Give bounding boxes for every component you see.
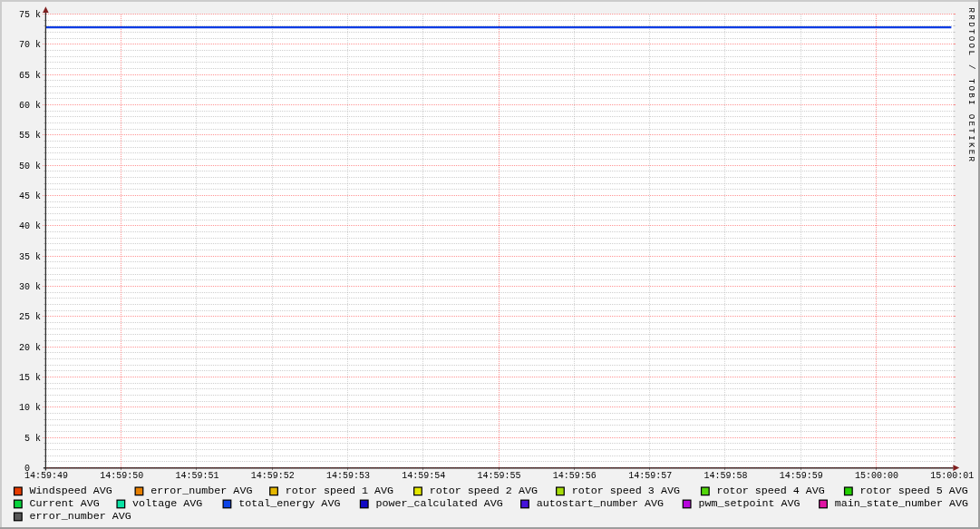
- svg-text:60 k: 60 k: [19, 101, 41, 111]
- svg-text:15:00:01: 15:00:01: [930, 471, 974, 481]
- svg-text:rotor speed 5 AVG: rotor speed 5 AVG: [860, 485, 968, 497]
- svg-text:RRDTOOL / TOBI OETIKER: RRDTOOL / TOBI OETIKER: [966, 8, 976, 164]
- svg-text:45 k: 45 k: [19, 191, 41, 201]
- svg-text:rotor speed 1 AVG: rotor speed 1 AVG: [286, 485, 393, 497]
- svg-text:14:59:49: 14:59:49: [24, 471, 68, 481]
- svg-text:75 k: 75 k: [19, 10, 41, 20]
- svg-text:14:59:54: 14:59:54: [402, 471, 445, 481]
- svg-text:Windspeed AVG: Windspeed AVG: [30, 485, 112, 497]
- svg-text:autostart_number AVG: autostart_number AVG: [537, 497, 664, 510]
- svg-text:14:59:51: 14:59:51: [175, 471, 218, 481]
- svg-text:55 k: 55 k: [19, 131, 41, 141]
- svg-text:35 k: 35 k: [19, 252, 41, 262]
- svg-text:70 k: 70 k: [19, 40, 41, 50]
- svg-text:power_calculated AVG: power_calculated AVG: [376, 497, 503, 510]
- svg-text:40 k: 40 k: [19, 221, 41, 231]
- svg-text:5 k: 5 k: [24, 434, 41, 444]
- svg-text:14:59:53: 14:59:53: [326, 471, 370, 481]
- svg-text:14:59:56: 14:59:56: [553, 471, 597, 481]
- svg-text:14:59:59: 14:59:59: [780, 471, 823, 481]
- svg-text:pwm_setpoint AVG: pwm_setpoint AVG: [698, 497, 800, 510]
- svg-text:main_state_number AVG: main_state_number AVG: [835, 497, 968, 510]
- svg-text:50 k: 50 k: [19, 162, 41, 171]
- svg-text:voltage AVG: voltage AVG: [132, 497, 202, 510]
- svg-text:15 k: 15 k: [19, 373, 41, 383]
- svg-text:14:59:52: 14:59:52: [251, 471, 295, 481]
- svg-text:20 k: 20 k: [19, 343, 41, 353]
- svg-text:rotor speed 2 AVG: rotor speed 2 AVG: [430, 485, 538, 497]
- svg-text:30 k: 30 k: [19, 282, 41, 292]
- svg-text:14:59:50: 14:59:50: [100, 471, 143, 481]
- svg-text:15:00:00: 15:00:00: [855, 471, 898, 481]
- svg-text:rotor speed 3 AVG: rotor speed 3 AVG: [572, 485, 680, 497]
- svg-text:error_number AVG: error_number AVG: [150, 485, 252, 497]
- svg-text:total_energy AVG: total_energy AVG: [238, 497, 340, 510]
- svg-text:14:59:57: 14:59:57: [628, 471, 672, 481]
- svg-text:65 k: 65 k: [19, 71, 41, 81]
- svg-text:14:59:58: 14:59:58: [703, 471, 747, 481]
- svg-text:Current AVG: Current AVG: [30, 497, 100, 510]
- svg-text:25 k: 25 k: [19, 312, 41, 322]
- svg-text:error_number AVG: error_number AVG: [30, 510, 131, 523]
- svg-text:10 k: 10 k: [19, 403, 41, 413]
- svg-text:rotor speed 4 AVG: rotor speed 4 AVG: [717, 485, 825, 497]
- svg-text:14:59:55: 14:59:55: [478, 471, 521, 481]
